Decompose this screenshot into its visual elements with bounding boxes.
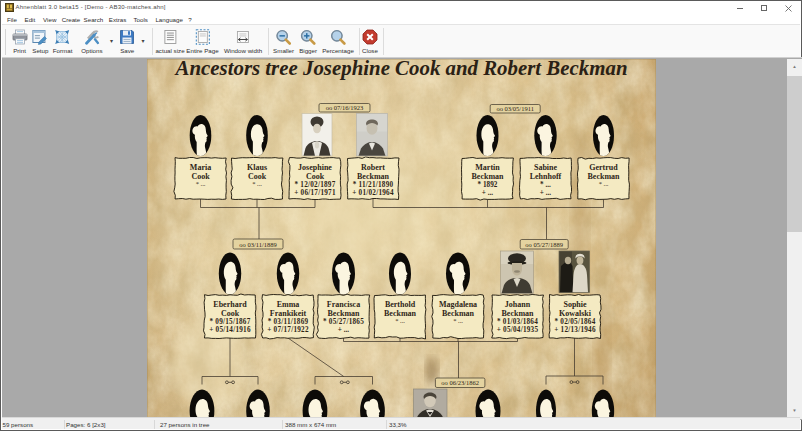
svg-text:+ 06/17/1971: + 06/17/1971 — [294, 189, 336, 197]
svg-text:* 05/27/1865: * 05/27/1865 — [323, 318, 364, 326]
svg-text:Johann: Johann — [505, 300, 531, 309]
svg-text:* 03/11/1869: * 03/11/1869 — [268, 318, 309, 326]
svg-text:Beckman: Beckman — [328, 309, 361, 318]
svg-text:+ ...: + ... — [482, 189, 493, 197]
svg-text:+ ...: + ... — [338, 326, 349, 334]
svg-text:oo 07/16/1923: oo 07/16/1923 — [326, 104, 364, 111]
svg-text:Kowalski: Kowalski — [559, 309, 592, 318]
svg-text:Magdalena: Magdalena — [439, 300, 477, 309]
svg-text:* ...: * ... — [453, 317, 463, 324]
svg-text:+ 01/02/1964: + 01/02/1964 — [352, 189, 394, 197]
svg-text:Martin: Martin — [475, 163, 500, 172]
svg-text:* ...: * ... — [252, 180, 262, 187]
svg-text:Cook: Cook — [221, 309, 240, 318]
svg-text:Josephine: Josephine — [298, 163, 332, 172]
svg-text:Berthold: Berthold — [385, 300, 416, 309]
svg-text:oo 06/23/1862: oo 06/23/1862 — [441, 379, 479, 386]
svg-text:Beckman: Beckman — [472, 172, 505, 181]
svg-text:+ 05/14/1916: + 05/14/1916 — [209, 326, 251, 334]
svg-text:+ 07/17/1922: + 07/17/1922 — [267, 326, 309, 334]
svg-text:Klaus: Klaus — [247, 163, 267, 172]
svg-text:Beckman: Beckman — [357, 172, 390, 181]
svg-text:* ...: * ... — [599, 180, 609, 187]
svg-text:* ...: * ... — [196, 180, 206, 187]
svg-text:* 09/15/1867: * 09/15/1867 — [209, 318, 250, 326]
svg-text:* 01/03/1864: * 01/03/1864 — [497, 318, 538, 326]
svg-text:* ...: * ... — [395, 317, 405, 324]
svg-text:oo 05/27/1889: oo 05/27/1889 — [525, 241, 563, 248]
svg-text:oo 03/11/1889: oo 03/11/1889 — [239, 241, 277, 248]
svg-text:Ancestors tree Josephine Cook: Ancestors tree Josephine Cook and Robert… — [173, 59, 627, 80]
svg-text:oo 03/05/1911: oo 03/05/1911 — [496, 105, 534, 112]
svg-text:+ 12/13/1946: + 12/13/1946 — [554, 326, 596, 334]
svg-text:Eberhard: Eberhard — [213, 300, 247, 309]
svg-text:* 02/05/1864: * 02/05/1864 — [554, 318, 595, 326]
svg-text:Gertrud: Gertrud — [589, 163, 618, 172]
svg-text:Beckman: Beckman — [502, 309, 535, 318]
svg-text:Lehnhoff: Lehnhoff — [530, 172, 562, 181]
svg-text:+ 05/04/1935: + 05/04/1935 — [497, 326, 539, 334]
svg-text:Cook: Cook — [306, 172, 325, 181]
svg-text:Maria: Maria — [190, 163, 211, 172]
svg-text:Frankikeit: Frankikeit — [270, 309, 307, 318]
svg-text:Sabine: Sabine — [534, 163, 558, 172]
svg-text:+ ...: + ... — [540, 189, 551, 197]
svg-text:Sophie: Sophie — [563, 300, 587, 309]
svg-text:Emma: Emma — [277, 300, 300, 309]
svg-text:* ...: * ... — [540, 181, 551, 189]
svg-text:* 1892: * 1892 — [478, 181, 498, 189]
svg-text:Francisca: Francisca — [327, 300, 360, 309]
svg-text:* 11/21/1890: * 11/21/1890 — [353, 181, 394, 189]
svg-text:Robert: Robert — [361, 163, 385, 172]
svg-text:* 12/02/1897: * 12/02/1897 — [294, 181, 335, 189]
